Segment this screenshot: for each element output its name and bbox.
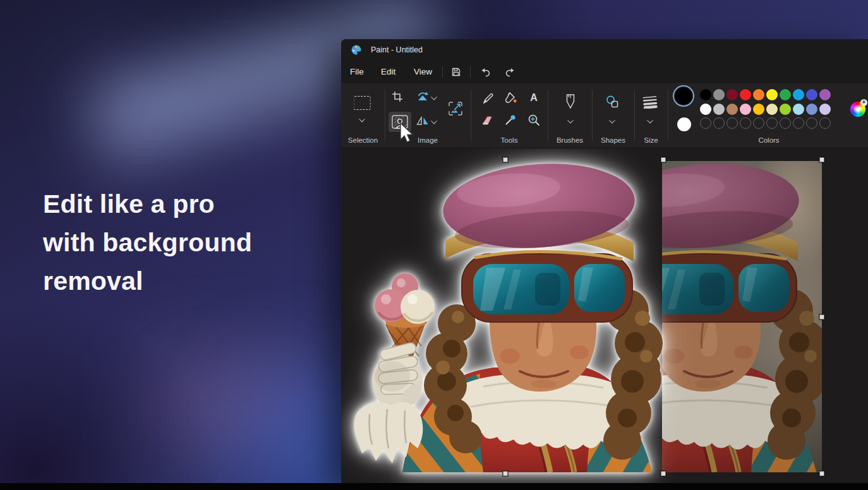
brushes-dropdown-chevron[interactable] <box>567 117 574 124</box>
color-swatch[interactable] <box>766 89 778 100</box>
color-swatch[interactable] <box>793 104 804 115</box>
color-swatch[interactable] <box>740 104 751 115</box>
empty-color-slot[interactable] <box>806 117 817 129</box>
eraser-tool[interactable] <box>482 115 494 125</box>
empty-color-slot[interactable] <box>753 117 764 129</box>
selection-dropdown-chevron[interactable] <box>359 116 365 122</box>
color-swatch[interactable] <box>753 104 764 115</box>
group-brushes: Brushes <box>548 83 592 148</box>
palette-row-1 <box>700 89 831 100</box>
flip-button[interactable] <box>416 116 429 126</box>
brush-icon <box>565 93 576 110</box>
color-2-swatch[interactable] <box>677 117 691 131</box>
menu-edit[interactable]: Edit <box>377 65 399 79</box>
headline-line-2: with background <box>43 224 252 262</box>
magnifier-icon <box>528 114 540 126</box>
group-size: Size <box>634 83 668 148</box>
selection-handle-middle-right[interactable] <box>819 314 824 320</box>
group-label: Tools <box>471 136 548 144</box>
group-label: Selection <box>341 136 385 144</box>
portrait-figure-original <box>662 161 822 472</box>
group-label: Shapes <box>592 136 634 144</box>
empty-color-slot[interactable] <box>713 117 725 129</box>
empty-color-slot[interactable] <box>700 117 711 129</box>
selection-handle-bottom-left[interactable] <box>503 471 508 476</box>
group-selection: Selection <box>341 83 385 148</box>
size-dropdown-chevron[interactable] <box>647 117 653 124</box>
save-button[interactable] <box>449 64 464 80</box>
menu-separator <box>470 66 471 78</box>
color-swatch[interactable] <box>793 89 804 100</box>
color-swatch[interactable] <box>780 89 791 100</box>
color-swatch[interactable] <box>700 104 711 115</box>
color-swatch[interactable] <box>780 104 791 115</box>
selection-handle-top-center[interactable] <box>661 157 666 162</box>
empty-color-slot[interactable] <box>793 117 804 129</box>
paint-window: Paint - Untitled File Edit View <box>341 39 868 483</box>
painted-background <box>662 161 822 472</box>
group-colors: + Colors <box>668 83 868 148</box>
flip-icon <box>416 116 429 126</box>
original-background-region[interactable] <box>662 161 822 472</box>
shapes-icon <box>606 95 618 108</box>
paint-app-icon <box>351 44 362 56</box>
fill-icon <box>504 92 517 104</box>
color-swatch[interactable] <box>753 89 764 100</box>
color-swatch[interactable] <box>819 104 831 115</box>
shapes-dropdown-chevron[interactable] <box>609 117 615 124</box>
eraser-icon <box>482 115 494 125</box>
rotate-button[interactable] <box>416 91 429 102</box>
add-color-icon: + <box>860 99 867 106</box>
group-label: Colors <box>668 136 868 144</box>
size-button[interactable] <box>642 95 658 109</box>
selection-handle-bottom-center[interactable] <box>661 471 666 476</box>
redo-icon <box>505 67 516 77</box>
crop-icon <box>392 91 403 102</box>
color-swatch[interactable] <box>726 89 738 100</box>
undo-button[interactable] <box>478 64 493 80</box>
portrait-figure-cutout[interactable] <box>351 159 666 472</box>
empty-color-slot[interactable] <box>819 117 831 129</box>
selection-handle-bottom-right[interactable] <box>819 471 824 476</box>
flip-dropdown-chevron[interactable] <box>431 118 437 124</box>
selection-handle-top-left[interactable] <box>503 157 508 162</box>
color-swatch[interactable] <box>806 104 817 115</box>
rectangular-selection-tool[interactable] <box>354 96 371 110</box>
crop-button[interactable] <box>392 91 403 102</box>
mouse-cursor <box>400 122 415 146</box>
menu-bar: File Edit View <box>341 61 868 82</box>
color-swatch[interactable] <box>713 104 725 115</box>
color-swatch[interactable] <box>713 89 725 100</box>
brushes-button[interactable] <box>565 93 576 110</box>
color-swatch[interactable] <box>740 89 751 100</box>
canvas-area[interactable] <box>341 148 868 483</box>
rotate-dropdown-chevron[interactable] <box>431 94 437 100</box>
group-tools: A <box>471 83 548 148</box>
palette-row-2 <box>700 104 831 115</box>
selection-handle-top-right[interactable] <box>819 157 824 162</box>
menu-file[interactable]: File <box>346 65 368 79</box>
fill-tool[interactable] <box>504 92 517 104</box>
shapes-button[interactable] <box>606 95 618 108</box>
redo-button[interactable] <box>503 64 518 80</box>
color-1-swatch[interactable] <box>675 88 692 104</box>
color-swatch[interactable] <box>726 104 738 115</box>
color-swatch[interactable] <box>806 89 817 100</box>
title-bar[interactable]: Paint - Untitled <box>341 39 868 61</box>
menu-separator <box>442 66 443 78</box>
pencil-tool[interactable] <box>482 92 493 104</box>
text-tool[interactable]: A <box>530 92 538 104</box>
ribbon-toolbar: Selection <box>341 82 868 148</box>
color-swatch[interactable] <box>819 89 831 100</box>
color-swatch[interactable] <box>700 89 711 100</box>
resize-button[interactable] <box>448 101 463 116</box>
empty-color-slot[interactable] <box>766 117 778 129</box>
empty-color-slot[interactable] <box>726 117 738 129</box>
empty-color-slot[interactable] <box>780 117 791 129</box>
color-swatch[interactable] <box>766 104 778 115</box>
magnifier-tool[interactable] <box>528 114 540 126</box>
resize-icon <box>448 101 463 116</box>
menu-view[interactable]: View <box>410 65 436 79</box>
color-picker-tool[interactable] <box>505 114 517 126</box>
empty-color-slot[interactable] <box>740 117 751 129</box>
